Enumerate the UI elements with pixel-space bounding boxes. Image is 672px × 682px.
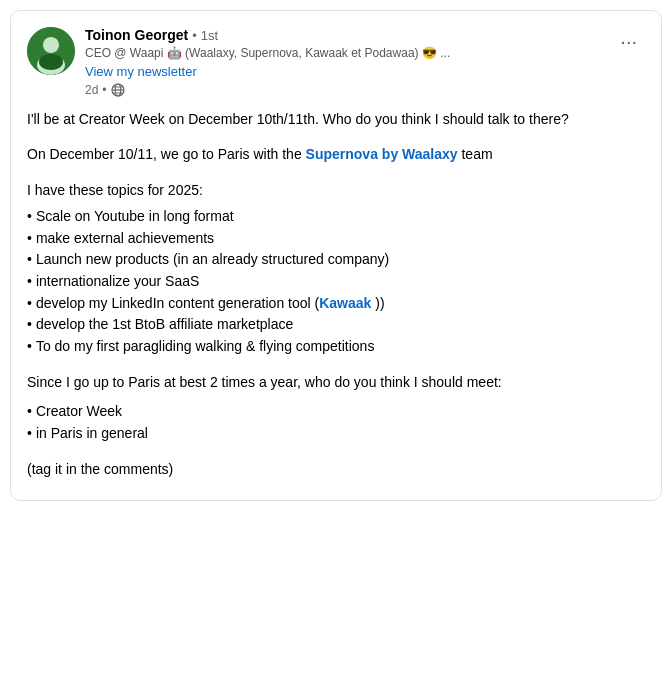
p2-prefix: On December 10/11, we go to Paris with t… xyxy=(27,146,306,162)
bullet-item: • Scale on Youtube in long format xyxy=(27,206,645,228)
globe-icon xyxy=(111,83,125,97)
bullet-item: • make external achievements xyxy=(27,228,645,250)
post-meta: 2d • xyxy=(85,83,450,97)
paragraph-5: (tag it in the comments) xyxy=(27,459,645,481)
bullet-text: To do my first paragliding walking & fly… xyxy=(36,336,375,358)
topics-section: I have these topics for 2025: • Scale on… xyxy=(27,180,645,358)
bullet-text: Launch new products (in an already struc… xyxy=(36,249,389,271)
post-header: Toinon Georget • 1st CEO @ Waapi 🤖 (Waal… xyxy=(27,27,645,97)
connection-level: 1st xyxy=(201,28,218,43)
bullet-text: in Paris in general xyxy=(36,423,148,445)
connection-badge: • xyxy=(192,28,197,43)
bullet-text: develop my LinkedIn content generation t… xyxy=(36,293,385,315)
bullet-text: make external achievements xyxy=(36,228,214,250)
more-options-button[interactable]: ··· xyxy=(612,27,645,55)
supernova-link[interactable]: Supernova by Waalaxy xyxy=(306,146,458,162)
author-title: CEO @ Waapi 🤖 (Waalaxy, Supernova, Kawaa… xyxy=(85,45,450,62)
p2-suffix: team xyxy=(458,146,493,162)
bullet-text: Creator Week xyxy=(36,401,122,423)
avatar[interactable] xyxy=(27,27,75,75)
topics-intro: I have these topics for 2025: xyxy=(27,180,645,202)
bullet-item: • Launch new products (in an already str… xyxy=(27,249,645,271)
paragraph-4: Since I go up to Paris at best 2 times a… xyxy=(27,372,645,394)
author-info: Toinon Georget • 1st CEO @ Waapi 🤖 (Waal… xyxy=(85,27,450,97)
svg-point-3 xyxy=(39,54,63,70)
bullet-item: • internationalize your SaaS xyxy=(27,271,645,293)
svg-point-1 xyxy=(43,37,59,53)
meta-dot: • xyxy=(102,83,106,97)
bullet-item-kawaak: • develop my LinkedIn content generation… xyxy=(27,293,645,315)
meet-section: • Creator Week • in Paris in general xyxy=(27,401,645,444)
author-name-row: Toinon Georget • 1st xyxy=(85,27,450,43)
kawaak-link[interactable]: Kawaak xyxy=(319,295,371,311)
bullet-text: internationalize your SaaS xyxy=(36,271,199,293)
meet-bullet-2: • in Paris in general xyxy=(27,423,645,445)
paragraph-1: I'll be at Creator Week on December 10th… xyxy=(27,109,645,131)
paragraph-2: On December 10/11, we go to Paris with t… xyxy=(27,144,645,166)
meet-bullet-1: • Creator Week xyxy=(27,401,645,423)
post-card: Toinon Georget • 1st CEO @ Waapi 🤖 (Waal… xyxy=(10,10,662,501)
bullet-item: • develop the 1st BtoB affiliate marketp… xyxy=(27,314,645,336)
post-timestamp: 2d xyxy=(85,83,98,97)
bullet-item: • To do my first paragliding walking & f… xyxy=(27,336,645,358)
newsletter-link[interactable]: View my newsletter xyxy=(85,64,450,79)
post-content: I'll be at Creator Week on December 10th… xyxy=(27,109,645,481)
author-name[interactable]: Toinon Georget xyxy=(85,27,188,43)
bullet-text: Scale on Youtube in long format xyxy=(36,206,234,228)
bullet-text: develop the 1st BtoB affiliate marketpla… xyxy=(36,314,293,336)
post-header-left: Toinon Georget • 1st CEO @ Waapi 🤖 (Waal… xyxy=(27,27,450,97)
